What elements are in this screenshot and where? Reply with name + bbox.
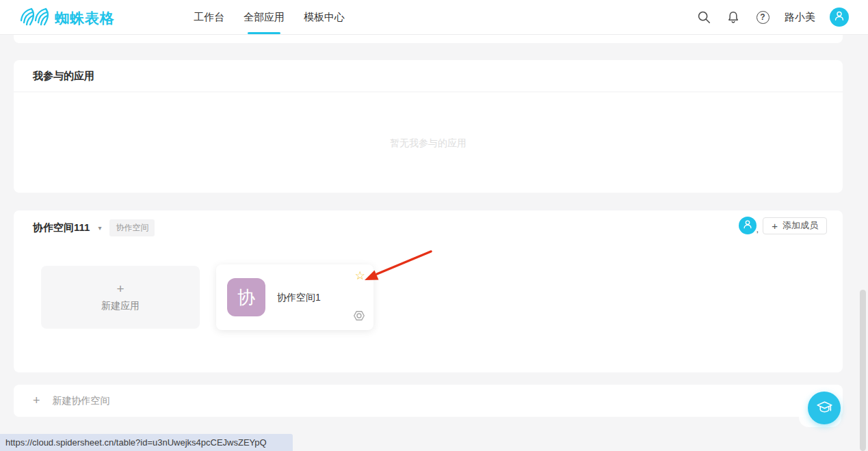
plus-icon: + <box>33 394 40 408</box>
favorite-star-icon[interactable]: ☆ <box>355 270 365 282</box>
user-avatar[interactable] <box>830 8 849 27</box>
chevron-down-icon[interactable]: ▾ <box>96 224 103 232</box>
empty-state-text: 暂无我参与的应用 <box>14 137 843 150</box>
workspace-app-card[interactable]: 协 协作空间1 ☆ <box>216 264 373 330</box>
app-icon: 协 <box>227 278 265 316</box>
app-title: 协作空间1 <box>277 264 321 330</box>
avatar-suffix-mark: , <box>757 224 759 234</box>
plus-icon: + <box>772 221 778 231</box>
username[interactable]: 路小美 <box>785 11 815 24</box>
participated-apps-section: 我参与的应用 暂无我参与的应用 <box>14 60 843 193</box>
divider <box>14 92 843 92</box>
workspace-section: 协作空间111 ▾ 协作空间 , + 添加成员 + 新建应用 协 协作空间1 ☆ <box>14 210 843 372</box>
top-header: 蜘蛛表格 工作台 全部应用 模板中心 ? 路小美 <box>0 0 868 35</box>
workspace-header: 协作空间111 ▾ 协作空间 <box>33 219 155 236</box>
search-icon[interactable] <box>696 10 711 25</box>
new-app-button[interactable]: + 新建应用 <box>41 266 200 329</box>
nav-all-apps[interactable]: 全部应用 <box>244 0 285 34</box>
workspace-type-badge: 协作空间 <box>109 219 155 236</box>
new-app-label: 新建应用 <box>101 300 140 312</box>
workspace-header-right: , + 添加成员 <box>739 217 827 234</box>
spider-logo-icon <box>19 7 51 30</box>
main-nav: 工作台 全部应用 模板中心 <box>194 0 345 34</box>
new-workspace-label: 新建协作空间 <box>53 395 110 407</box>
plus-icon: + <box>116 282 124 295</box>
nav-workbench[interactable]: 工作台 <box>194 0 224 34</box>
graduation-cap-icon <box>815 398 834 419</box>
app-logo[interactable]: 蜘蛛表格 <box>19 7 115 30</box>
nav-template-center[interactable]: 模板中心 <box>304 0 345 34</box>
bell-icon[interactable] <box>726 10 741 25</box>
add-member-button[interactable]: + 添加成员 <box>763 217 827 234</box>
section-title-participated: 我参与的应用 <box>33 60 94 92</box>
workspace-title[interactable]: 协作空间111 <box>33 221 90 234</box>
scrolled-card-remnant <box>14 35 843 43</box>
tutorial-fab-button[interactable] <box>808 392 841 424</box>
new-workspace-button[interactable]: + 新建协作空间 <box>14 385 843 417</box>
person-icon <box>832 9 846 25</box>
add-member-label: 添加成员 <box>782 219 818 232</box>
vertical-scrollbar[interactable] <box>860 290 866 451</box>
person-icon <box>741 218 754 233</box>
header-actions: ? 路小美 <box>696 0 849 34</box>
help-icon[interactable]: ? <box>755 10 770 25</box>
status-url: https://cloud.spidersheet.cn/table?id=u3… <box>5 437 267 448</box>
settings-gear-icon[interactable] <box>353 310 365 322</box>
member-avatar[interactable] <box>739 217 757 234</box>
logo-text: 蜘蛛表格 <box>55 9 115 28</box>
status-url-bar: https://cloud.spidersheet.cn/table?id=u3… <box>0 434 293 451</box>
